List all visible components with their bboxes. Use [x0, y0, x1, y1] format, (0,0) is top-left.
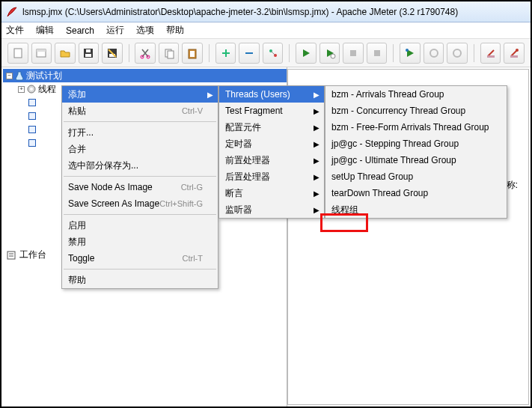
ctx3-item-6[interactable]: tearDown Thread Group: [325, 185, 507, 201]
submenu-arrow-icon: ▶: [314, 91, 319, 99]
ctx3-item-4[interactable]: jp@gc - Ultimate Thread Group: [325, 152, 507, 168]
separator: [289, 44, 290, 62]
ctx-merge[interactable]: 合并: [62, 141, 218, 157]
submenu-arrow-icon: ▶: [314, 173, 319, 181]
workbench-icon: [6, 250, 16, 261]
stop-button[interactable]: [343, 43, 364, 64]
app-window: lsmsp.jmx (C:\Users\Administrator\Deskto…: [0, 0, 532, 408]
tree-root-label: 测试计划: [26, 70, 62, 82]
svg-rect-5: [86, 49, 91, 52]
separator: [64, 214, 216, 215]
remote-start-button[interactable]: [400, 43, 421, 64]
shutdown-button[interactable]: [367, 43, 388, 64]
svg-rect-25: [487, 55, 495, 58]
ctx-enable[interactable]: 启用: [62, 217, 218, 234]
collapse-icon[interactable]: −: [6, 73, 13, 79]
remote-stop-button[interactable]: [424, 43, 444, 64]
svg-rect-0: [14, 49, 22, 58]
svg-rect-2: [37, 49, 46, 52]
ctx-save-node-image[interactable]: Save Node As ImageCtrl-G: [62, 179, 218, 195]
menu-edit[interactable]: 编辑: [36, 24, 54, 37]
clear-button[interactable]: [480, 43, 501, 64]
svg-rect-13: [190, 51, 195, 57]
threadgroup-icon: [26, 84, 37, 94]
ctx-disable[interactable]: 禁用: [62, 234, 218, 250]
window-title: lsmsp.jmx (C:\Users\Administrator\Deskto…: [22, 7, 458, 17]
saveas-button[interactable]: [102, 43, 123, 64]
svg-point-22: [406, 49, 409, 52]
ctx-save-selection[interactable]: 选中部分保存为...: [62, 157, 218, 174]
ctx2-pre[interactable]: 前置处理器▶: [219, 152, 324, 168]
toolbar: [1, 39, 531, 67]
separator: [393, 44, 394, 62]
toggle-button[interactable]: [263, 43, 284, 64]
menu-search[interactable]: Search: [66, 25, 94, 36]
collapse-button[interactable]: [239, 43, 260, 64]
ctx3-item-2[interactable]: bzm - Free-Form Arrivals Thread Group: [325, 119, 507, 136]
ctx2-listener[interactable]: 监听器▶: [219, 201, 324, 218]
ctx2-threads[interactable]: Threads (Users)▶: [219, 86, 324, 103]
ctx-paste[interactable]: 粘贴Ctrl-V: [62, 103, 218, 119]
svg-point-29: [30, 88, 33, 91]
separator: [64, 121, 216, 122]
cut-button[interactable]: [135, 43, 156, 64]
ctx2-config[interactable]: 配置元件▶: [219, 119, 324, 136]
ctx3-item-0[interactable]: bzm - Arrivals Thread Group: [325, 86, 507, 103]
tree-root[interactable]: − 测试计划: [3, 69, 287, 82]
menu-run[interactable]: 运行: [106, 24, 124, 37]
separator: [474, 44, 474, 62]
separator: [129, 44, 129, 62]
workbench-label: 工作台: [19, 249, 46, 261]
submenu-arrow-icon: ▶: [314, 107, 319, 115]
ctx-help[interactable]: 帮助: [62, 272, 218, 288]
ctx2-assert[interactable]: 断言▶: [219, 185, 324, 201]
ctx-toggle[interactable]: ToggleCtrl-T: [62, 250, 218, 267]
tree-workbench[interactable]: 工作台: [3, 249, 46, 261]
tree-child-label: 线程: [38, 83, 56, 96]
context-menu-1: 添加▶ 粘贴Ctrl-V 打开... 合并 选中部分保存为... Save No…: [61, 85, 218, 289]
menu-options[interactable]: 选项: [136, 24, 154, 37]
submenu-arrow-icon: ▶: [314, 156, 319, 165]
highlight-box: [320, 213, 368, 232]
menubar: 文件 编辑 Search 运行 选项 帮助: [1, 22, 531, 39]
ctx3-item-3[interactable]: jp@gc - Stepping Thread Group: [325, 136, 507, 152]
remote-shutdown-button[interactable]: [447, 43, 468, 64]
start-button[interactable]: [296, 43, 317, 64]
ctx-save-screen-image[interactable]: Save Screen As ImageCtrl+Shift-G: [62, 195, 218, 212]
submenu-arrow-icon: ▶: [314, 140, 319, 148]
separator: [209, 44, 210, 62]
ctx3-item-5[interactable]: setUp Thread Group: [325, 168, 507, 185]
ctx2-timer[interactable]: 定时器▶: [219, 136, 324, 152]
separator: [64, 269, 216, 270]
context-menu-2: Threads (Users)▶ Test Fragment▶ 配置元件▶ 定时…: [218, 85, 325, 219]
expand-button[interactable]: [215, 43, 236, 64]
submenu-arrow-icon: ▶: [207, 91, 213, 99]
app-icon: [6, 6, 18, 18]
testplan-icon: [14, 70, 25, 81]
paste-button[interactable]: [182, 43, 203, 64]
menu-help[interactable]: 帮助: [166, 24, 184, 37]
ctx2-post[interactable]: 后置处理器▶: [219, 168, 324, 185]
copy-button[interactable]: [159, 43, 180, 64]
open-button[interactable]: [55, 43, 76, 64]
clear-all-button[interactable]: [504, 43, 525, 64]
submenu-arrow-icon: ▶: [314, 124, 319, 132]
ctx-add[interactable]: 添加▶: [62, 86, 218, 103]
ctx3-item-1[interactable]: bzm - Concurrency Thread Group: [325, 103, 507, 119]
svg-rect-11: [168, 51, 174, 58]
submenu-arrow-icon: ▶: [314, 189, 319, 198]
new-button[interactable]: [7, 43, 28, 64]
ctx-open[interactable]: 打开...: [62, 124, 218, 141]
tree-handle-icon: [28, 112, 36, 120]
separator: [64, 176, 216, 177]
submenu-arrow-icon: ▶: [314, 206, 319, 214]
ctx2-fragment[interactable]: Test Fragment▶: [219, 103, 324, 119]
start-no-timers-button[interactable]: [319, 43, 340, 64]
expand-icon[interactable]: +: [18, 86, 25, 93]
templates-button[interactable]: [31, 43, 52, 64]
svg-rect-26: [510, 55, 518, 58]
svg-point-23: [430, 49, 438, 57]
save-button[interactable]: [79, 43, 100, 64]
svg-rect-4: [85, 54, 91, 57]
menu-file[interactable]: 文件: [6, 24, 24, 37]
